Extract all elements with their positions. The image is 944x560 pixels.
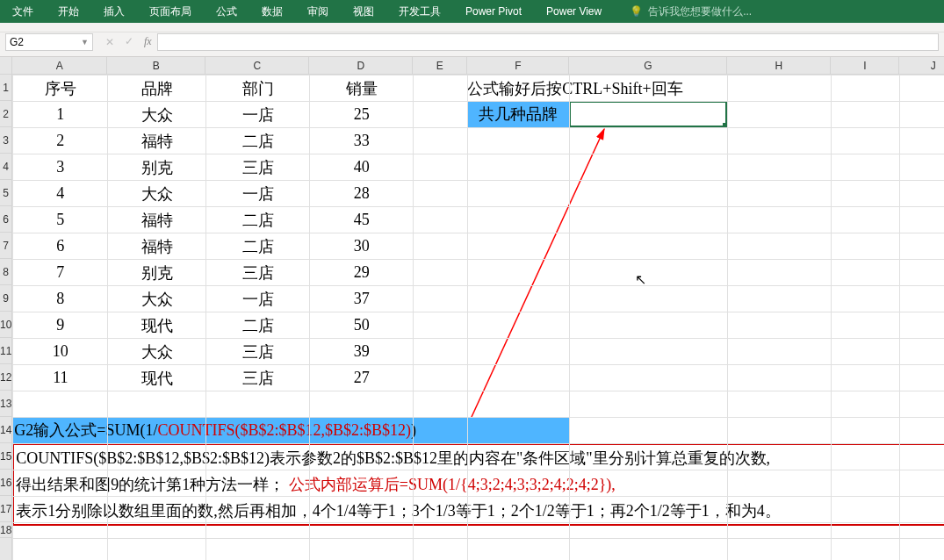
table-cell[interactable]: 一店 xyxy=(206,286,310,312)
table-cell[interactable]: 现代 xyxy=(108,365,206,391)
table-cell[interactable]: 30 xyxy=(310,233,414,260)
table-cell[interactable]: 37 xyxy=(310,286,414,312)
row-header[interactable]: 1 xyxy=(0,75,11,101)
table-cell[interactable]: 7 xyxy=(13,260,108,286)
table-cell[interactable]: 大众 xyxy=(108,339,206,365)
table-cell[interactable]: 40 xyxy=(310,154,414,181)
column-header[interactable]: D xyxy=(309,57,413,74)
cells[interactable]: 序号品牌部门销量1大众一店252福特二店333别克三店404大众一店285福特二… xyxy=(12,75,944,560)
row-header[interactable]: 16 xyxy=(0,470,11,496)
row-header[interactable]: 18 xyxy=(0,522,11,538)
ribbon-tab-insert[interactable]: 插入 xyxy=(91,0,137,23)
row-header[interactable]: 4 xyxy=(0,154,11,180)
column-header[interactable]: B xyxy=(107,57,205,74)
table-cell[interactable]: 二店 xyxy=(206,128,310,154)
table-cell[interactable]: 3 xyxy=(13,154,108,181)
ribbon-tab-powerview[interactable]: Power View xyxy=(534,0,614,23)
column-header[interactable]: I xyxy=(831,57,899,74)
row-header[interactable]: 14 xyxy=(0,417,11,443)
table-cell[interactable]: 2 xyxy=(13,128,108,154)
column-header[interactable]: E xyxy=(413,57,467,74)
row-header[interactable]: 6 xyxy=(0,206,11,233)
table-cell[interactable]: 福特 xyxy=(108,207,206,233)
table-cell[interactable]: 二店 xyxy=(206,312,310,339)
column-header[interactable]: F xyxy=(467,57,569,74)
table-cell[interactable]: 福特 xyxy=(108,233,206,260)
row-header[interactable]: 5 xyxy=(0,180,11,206)
table-cell[interactable]: 大众 xyxy=(108,181,206,207)
sheet: 1 2 3 4 5 6 7 8 9 10 11 12 13 14 15 16 1… xyxy=(0,57,944,560)
table-cell[interactable]: 50 xyxy=(310,312,414,339)
row-header[interactable]: 17 xyxy=(0,496,11,522)
row-header[interactable]: 10 xyxy=(0,312,11,338)
ribbon-tab-view[interactable]: 视图 xyxy=(341,0,386,23)
table-cell[interactable]: 大众 xyxy=(108,102,206,128)
table-cell[interactable]: 39 xyxy=(310,339,414,365)
table-cell[interactable]: 福特 xyxy=(108,128,206,154)
table-cell[interactable]: 6 xyxy=(13,233,108,260)
row-header[interactable]: 11 xyxy=(0,338,11,364)
table-cell[interactable]: 9 xyxy=(13,312,108,339)
table-cell[interactable]: 二店 xyxy=(206,233,310,260)
table-row: 9现代二店50 xyxy=(13,312,414,339)
table-cell[interactable]: 5 xyxy=(13,207,108,233)
row-header[interactable]: 13 xyxy=(0,391,11,417)
table-cell[interactable]: 10 xyxy=(13,339,108,365)
select-all-corner[interactable] xyxy=(0,57,11,75)
ribbon-tab-data[interactable]: 数据 xyxy=(249,0,295,23)
ribbon-tab-powerpivot[interactable]: Power Pivot xyxy=(453,0,534,23)
table-cell[interactable]: 别克 xyxy=(108,260,206,286)
table-header: 销量 xyxy=(310,75,414,102)
name-box[interactable]: G2 ▼ xyxy=(5,33,93,51)
table-cell[interactable]: 28 xyxy=(310,181,414,207)
ribbon-tab-layout[interactable]: 页面布局 xyxy=(137,0,204,23)
table-cell[interactable]: 现代 xyxy=(108,312,206,339)
formula-input[interactable] xyxy=(157,33,939,51)
row-header[interactable]: 9 xyxy=(0,285,11,312)
tell-me-box[interactable]: 💡 告诉我您想要做什么... xyxy=(614,4,752,19)
ribbon-tab-devtools[interactable]: 开发工具 xyxy=(386,0,453,23)
table-cell[interactable]: 一店 xyxy=(206,102,310,128)
table-row: 6福特二店30 xyxy=(13,233,414,260)
column-header[interactable]: H xyxy=(727,57,831,74)
table-cell[interactable]: 三店 xyxy=(206,339,310,365)
row-header[interactable]: 12 xyxy=(0,364,11,391)
table-cell[interactable]: 1 xyxy=(13,102,108,128)
table-cell[interactable]: 一店 xyxy=(206,181,310,207)
table-cell[interactable]: 4 xyxy=(13,181,108,207)
table-cell[interactable]: 三店 xyxy=(206,260,310,286)
table-cell[interactable]: 8 xyxy=(13,286,108,312)
fx-icon[interactable]: fx xyxy=(144,35,152,48)
table-cell[interactable]: 三店 xyxy=(206,365,310,391)
row-header[interactable]: 15 xyxy=(0,443,11,470)
table-cell[interactable]: 29 xyxy=(310,260,414,286)
column-header[interactable]: G xyxy=(569,57,727,74)
hint-text: 公式输好后按CTRL+Shift+回车 xyxy=(467,78,682,99)
chevron-down-icon[interactable]: ▼ xyxy=(81,38,89,47)
row-header[interactable]: 3 xyxy=(0,127,11,154)
cancel-formula-button[interactable]: ✕ xyxy=(100,36,119,48)
row-header[interactable]: 2 xyxy=(0,101,11,127)
row-header[interactable]: 8 xyxy=(0,259,11,285)
table-cell[interactable]: 33 xyxy=(310,128,414,154)
ribbon-tab-home[interactable]: 开始 xyxy=(46,0,91,23)
table-cell[interactable]: 大众 xyxy=(108,286,206,312)
column-header[interactable]: J xyxy=(899,57,944,74)
table-cell[interactable]: 27 xyxy=(310,365,414,391)
ribbon-tab-formulas[interactable]: 公式 xyxy=(204,0,249,23)
table-cell[interactable]: 25 xyxy=(310,102,414,128)
table-cell[interactable]: 11 xyxy=(13,365,108,391)
column-header[interactable]: C xyxy=(205,57,309,74)
table-header: 品牌 xyxy=(108,75,206,102)
ribbon-tab-review[interactable]: 审阅 xyxy=(295,0,341,23)
ribbon-tab-file[interactable]: 文件 xyxy=(0,0,46,23)
table-cell[interactable]: 45 xyxy=(310,207,414,233)
column-header[interactable]: A xyxy=(12,57,107,74)
formula-annotation: G2输入公式=SUM(1/COUNTIFS($B$2:$B$12,$B$2:$B… xyxy=(12,417,569,443)
table-cell[interactable]: 三店 xyxy=(206,154,310,181)
svg-line-0 xyxy=(472,129,604,417)
table-cell[interactable]: 别克 xyxy=(108,154,206,181)
enter-formula-button[interactable]: ✓ xyxy=(119,35,139,48)
table-cell[interactable]: 二店 xyxy=(206,207,310,233)
row-header[interactable]: 7 xyxy=(0,233,11,259)
